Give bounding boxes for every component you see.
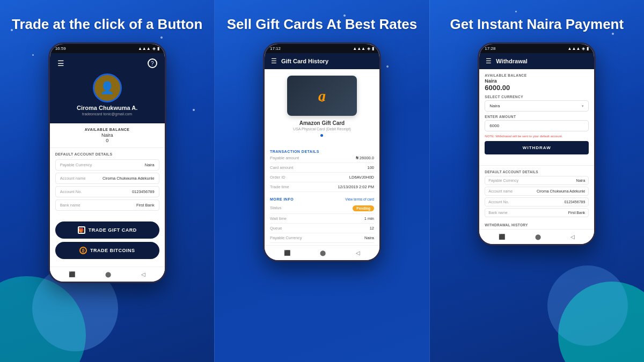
more-info-label: MORE INFO — [270, 197, 294, 201]
panel-1-title: Trade at the click of a Button — [12, 16, 202, 33]
nav-back-icon-2[interactable]: ⬛ — [284, 250, 290, 256]
nav-bar-3: ⬛ ⬤ ◁ — [479, 229, 594, 244]
trade-gift-card-label: TRADE GIFT CARD — [89, 227, 137, 233]
user-email: tradeoncard tonic@gmail.com — [82, 112, 132, 116]
phone-mockup-3: 17:28 ▲▲▲ ◈ ▮ ☰ Withdrawal AVAILABLE BAL… — [478, 42, 596, 246]
select-currency-label: SELECT CURRENCY — [485, 95, 589, 99]
help-icon-1[interactable]: ? — [148, 58, 157, 68]
status-bar-3: 17:28 ▲▲▲ ◈ ▮ — [479, 44, 594, 53]
menu-icon-3[interactable]: ☰ — [486, 57, 492, 65]
available-balance-value: 6000.00 — [485, 84, 589, 92]
signal-icon: ▲▲▲ — [138, 46, 151, 51]
balance-value: 0 — [54, 138, 160, 143]
withdrawal-history-label: WITHDRAWAL HISTORY — [479, 221, 594, 229]
queue-row: Queue 12 — [270, 224, 374, 233]
withdrawal-note: NOTE: Withdrawal will be sent to your de… — [485, 135, 589, 138]
amount-input[interactable]: 6000 — [485, 120, 589, 131]
trade-time-row: Trade time 12/13/2019 2:02 PM — [270, 182, 374, 192]
nav-back-icon-3[interactable]: ⬛ — [499, 234, 505, 240]
payable-amount-row: Payable amount ₦ 26000.0 — [270, 153, 374, 163]
gift-card-icon: 🎁 — [78, 226, 85, 234]
dot-indicator — [320, 134, 323, 137]
time-3: 17:28 — [485, 46, 495, 51]
nav-bar-2: ⬛ ⬤ ◁ — [265, 245, 379, 260]
user-name: Ciroma Chukwuma A. — [77, 105, 137, 111]
nav-home-icon-2[interactable]: ⬤ — [320, 250, 326, 256]
avatar-section: 👤 Ciroma Chukwuma A. tradeoncard tonic@g… — [50, 73, 165, 123]
select-arrow-icon: ▾ — [582, 104, 584, 108]
account-row-name: Account name Ciroma Chukwuma Adekunle — [55, 173, 159, 184]
withdrawal-title: Withdrawal — [496, 58, 528, 64]
account-section-3: DEFAULT ACCOUNT DETAILS Payable Currency… — [479, 168, 594, 221]
status-bar-2: 17:12 ▲▲▲ ◈ ▮ — [265, 44, 379, 53]
order-id-row: Order ID LD6AVJ0H0D — [270, 173, 374, 182]
available-balance-currency: Naira — [485, 78, 589, 84]
card-name: Amazon Gift Card — [299, 120, 345, 126]
phone-1-header: ☰ ? — [50, 53, 165, 73]
battery-icon-2: ▮ — [372, 46, 374, 51]
panel-trade-gift-card: Trade at the click of a Button 16:59 ▲▲▲… — [0, 0, 214, 362]
trade-bitcoin-button[interactable]: ₿ TRADE BITCOINS — [55, 242, 159, 259]
w-account-row-number: Account No. 0123456789 — [485, 197, 589, 206]
status-icons-1: ▲▲▲ ◈ ▮ — [138, 46, 159, 51]
currency-select[interactable]: Naira ▾ — [485, 100, 589, 112]
status-badge: Pending — [353, 205, 374, 211]
wifi-icon-3: ◈ — [582, 46, 585, 51]
time-1: 16:59 — [55, 46, 66, 51]
btn-section: 🎁 TRADE GIFT CARD ₿ TRADE BITCOINS — [50, 217, 165, 267]
signal-icon-3: ▲▲▲ — [568, 46, 581, 51]
nav-back-icon[interactable]: ⬛ — [69, 271, 75, 277]
withdraw-button[interactable]: WITHDRAW — [485, 141, 589, 154]
user-avatar: 👤 — [93, 73, 122, 102]
panel-3-title: Get Instant Naira Payment — [450, 16, 624, 33]
wifi-icon: ◈ — [152, 46, 156, 51]
account-section-1: DEFAULT ACCOUNT DETAILS Payable Currency… — [50, 148, 165, 217]
w-account-row-name: Account name Ciroma Chukwuma Adekunle — [485, 187, 589, 196]
nav-home-icon[interactable]: ⬤ — [105, 271, 111, 277]
status-icons-3: ▲▲▲ ◈ ▮ — [568, 46, 589, 51]
account-title-3: DEFAULT ACCOUNT DETAILS — [485, 170, 589, 174]
phone-mockup-2: 17:12 ▲▲▲ ◈ ▮ ☰ Gift Card History a ⌣ Am… — [263, 42, 381, 262]
trade-gift-card-button[interactable]: 🎁 TRADE GIFT CARD — [55, 221, 159, 239]
account-row-number: Account No. 0123456789 — [55, 186, 159, 197]
phone-3-header: ☰ Withdrawal — [479, 53, 594, 69]
divider — [479, 165, 594, 166]
transaction-section: TRANSACTION DETAILS Payable amount ₦ 260… — [265, 146, 379, 195]
status-row: Status Pending — [270, 203, 374, 214]
panel-2-title: Sell Gift Cards At Best Rates — [227, 16, 417, 33]
view-terms-link[interactable]: View terms of card — [345, 197, 374, 201]
status-icons-2: ▲▲▲ ◈ ▮ — [353, 46, 374, 51]
bitcoin-icon: ₿ — [79, 247, 87, 254]
dot-1 — [320, 134, 323, 137]
nav-recent-icon-2[interactable]: ◁ — [356, 250, 360, 256]
nav-recent-icon[interactable]: ◁ — [141, 271, 145, 277]
more-info-header: MORE INFO View terms of card — [270, 197, 374, 201]
wifi-icon-2: ◈ — [367, 46, 370, 51]
w-account-row-bank: Bank name First Bank — [485, 208, 589, 217]
nav-home-icon-3[interactable]: ⬤ — [535, 234, 541, 240]
account-title-1: DEFAULT ACCOUNT DETAILS — [55, 152, 159, 156]
balance-section-1: AVAILABLE BALANCE Naira 0 — [50, 123, 165, 148]
panel-naira-payment: Get Instant Naira Payment 17:28 ▲▲▲ ◈ ▮ … — [430, 0, 644, 362]
account-row-bank: Bank name First Bank — [55, 200, 159, 211]
available-balance-label: AVAILABLE BALANCE — [485, 73, 589, 77]
gift-card-history-title: Gift Card History — [281, 58, 328, 64]
balance-currency: Naira — [54, 132, 160, 138]
form-section: SELECT CURRENCY Naira ▾ ENTER AMOUNT 600… — [485, 95, 589, 154]
signal-icon-2: ▲▲▲ — [353, 46, 365, 51]
phone-mockup-1: 16:59 ▲▲▲ ◈ ▮ ☰ ? 👤 Ciroma Chukwuma A. t… — [48, 42, 166, 283]
account-row-currency: Payable Currency Naira — [55, 159, 159, 171]
menu-icon-1[interactable]: ☰ — [57, 59, 64, 68]
withdrawal-content: AVAILABLE BALANCE Naira 6000.00 SELECT C… — [479, 69, 594, 163]
card-section: a ⌣ Amazon Gift Card USA Physical Card (… — [265, 69, 379, 146]
card-amount-row: Card amount 100 — [270, 163, 374, 173]
wait-time-row: Wait time 1 min — [270, 214, 374, 224]
nav-recent-icon-3[interactable]: ◁ — [570, 234, 575, 240]
phone-2-header: ☰ Gift Card History — [265, 53, 379, 69]
transaction-label: TRANSACTION DETAILS — [270, 150, 374, 153]
time-2: 17:12 — [270, 46, 281, 51]
balance-label: AVAILABLE BALANCE — [54, 128, 160, 131]
panel-sell-gift-cards: Sell Gift Cards At Best Rates 17:12 ▲▲▲ … — [214, 0, 429, 362]
menu-icon-2[interactable]: ☰ — [271, 57, 277, 65]
status-bar-1: 16:59 ▲▲▲ ◈ ▮ — [50, 44, 165, 53]
